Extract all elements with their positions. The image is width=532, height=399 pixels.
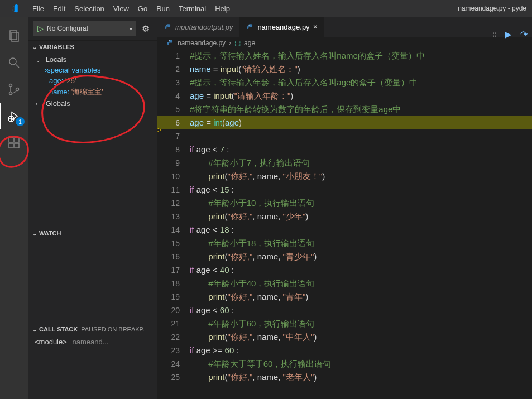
code-line[interactable]: 1#提示，等待输入姓名，输入后存入名叫name的盒子（变量）中 [157,49,532,63]
code-text: print("你好,", name, "中年人") [190,330,317,344]
run-config-label: No Configurat [47,25,126,32]
code-line[interactable]: 23if age >= 60 : [157,344,532,357]
run-debug-icon[interactable]: 1 [0,103,28,129]
code-line[interactable]: 24 #年龄大于等于60，执行输出语句 [157,357,532,371]
code-text: #提示，等待输入年龄，输入后存入名叫age的盒子（变量）中 [190,76,418,89]
gear-icon[interactable]: ⚙ [140,23,152,34]
code-line[interactable]: 10 print("你好,", name, "小朋友！") [157,170,532,183]
grip-icon[interactable]: ⁞⁞ [492,30,496,39]
code-text: age = int(age) [190,116,242,129]
code-line[interactable]: 3#提示，等待输入年龄，输入后存入名叫age的盒子（变量）中 [157,76,532,89]
run-config-selector[interactable]: ▷ No Configurat ▾ [33,21,136,36]
breadcrumb-symbol: age [244,39,255,47]
line-number: 18 [169,277,190,290]
chevron-down-icon: ⌄ [30,230,39,237]
svg-point-15 [249,25,250,25]
code-editor[interactable]: 1#提示，等待输入姓名，输入后存入名叫name的盒子（变量）中2name = i… [157,49,532,399]
explorer-icon[interactable] [0,22,28,49]
line-number: 13 [169,210,190,223]
line-number: 15 [169,237,190,250]
menu-edit[interactable]: Edit [49,4,70,13]
code-line[interactable]: 18 #年龄小于40，执行输出语句 [157,277,532,290]
line-number: 7 [169,129,190,143]
svg-point-14 [167,25,167,25]
editor-tabs: inputandoutput.py nameandage.py × [157,17,532,37]
watch-header[interactable]: ⌄ WATCH [28,227,157,239]
code-line[interactable]: 14if age < 18 : [157,223,532,237]
code-text: #年龄小于10，执行输出语句 [190,196,314,210]
code-line[interactable]: 15 #年龄小于18，执行输出语句 [157,237,532,250]
search-icon[interactable] [0,49,28,76]
variable-row[interactable]: age: '25' [28,75,157,86]
code-text: if age < 18 : [190,223,234,237]
code-line[interactable]: 5#将字符串的年龄转换为数字的年龄后，保存到变量age中 [157,103,532,116]
special-variables[interactable]: ›special variables [28,65,157,75]
code-line[interactable]: 22 print("你好,", name, "中年人") [157,330,532,344]
callstack-header[interactable]: ⌄ CALL STACK PAUSED ON BREAKP. [28,323,157,335]
variables-label: VARIABLES [39,44,74,50]
code-text: if age < 60 : [190,304,234,317]
svg-rect-13 [15,138,19,142]
extensions-icon[interactable] [0,129,28,156]
debug-sidebar: ▷ No Configurat ▾ ⚙ ⌄ VARIABLES ⌄ Locals… [28,17,157,399]
line-number: 1 [169,49,190,63]
line-number: 3 [169,76,190,89]
menu-run[interactable]: Run [152,4,174,13]
code-line[interactable]: 12 #年龄小于10，执行输出语句 [157,196,532,210]
code-text: #提示，等待输入姓名，输入后存入名叫name的盒子（变量）中 [190,49,425,63]
variable-row[interactable]: name: '海绵宝宝' [28,86,157,98]
menu-selection[interactable]: Selection [70,4,108,13]
continue-icon[interactable]: ▶ [505,29,511,40]
menu-go[interactable]: Go [133,4,152,13]
code-text: #年龄小于60，执行输出语句 [190,317,314,330]
step-over-icon[interactable]: ↷ [520,29,528,40]
callstack-frame[interactable]: <module> nameand... [28,335,157,348]
close-icon[interactable]: × [313,22,318,31]
tab-nameandage[interactable]: nameandage.py × [239,17,324,37]
code-line[interactable]: 11if age < 15 : [157,183,532,196]
chevron-down-icon: ⌄ [30,326,39,333]
scope-label: Globals [46,99,70,108]
breadcrumb[interactable]: nameandage.py › ⬚ age [157,37,532,49]
python-icon [164,22,172,31]
code-line[interactable]: 13 print("你好,", name, "少年") [157,210,532,223]
line-number: 23 [169,344,190,357]
menu-terminal[interactable]: Terminal [174,4,210,13]
code-line[interactable]: 17if age < 40 : [157,263,532,277]
var-value: '25' [65,76,76,85]
callstack-status: PAUSED ON BREAKP. [81,326,144,333]
line-number: 8 [169,143,190,156]
line-number: 25 [169,371,190,384]
tab-label: nameandage.py [257,23,309,31]
variables-header[interactable]: ⌄ VARIABLES [28,41,157,53]
svg-rect-12 [15,143,19,148]
code-text: name = input("请输入姓名：") [190,63,300,76]
source-control-icon[interactable] [0,76,28,103]
play-icon: ▷ [34,24,47,33]
menu-file[interactable]: File [28,4,49,13]
code-line[interactable]: 4age = input("请输入年龄：") [157,89,532,103]
title-bar: File Edit Selection View Go Run Terminal… [0,0,532,17]
line-number: 19 [169,290,190,304]
code-line[interactable]: 2name = input("请输入姓名：") [157,63,532,76]
menu-help[interactable]: Help [210,4,234,13]
code-line[interactable]: 19 print("你好,", name, "青年") [157,290,532,304]
code-line[interactable]: 7 [157,129,532,143]
code-line[interactable]: 16 print("你好,", name, "青少年") [157,250,532,263]
tab-inputandoutput[interactable]: inputandoutput.py [157,17,239,37]
code-line[interactable]: 20if age < 60 : [157,304,532,317]
code-text: print("你好,", name, "小朋友！") [190,170,325,183]
line-number: 10 [169,170,190,183]
code-line[interactable]: 9 #年龄小于7，执行输出语句 [157,156,532,170]
scope-locals[interactable]: ⌄ Locals [28,54,157,65]
line-number: 17 [169,263,190,277]
code-line[interactable]: 25 print("你好,", name, "老年人") [157,371,532,384]
code-line[interactable]: 21 #年龄小于60，执行输出语句 [157,317,532,330]
menu-view[interactable]: View [109,4,133,13]
code-line[interactable]: ▷6age = int(age) [157,116,532,129]
code-line[interactable]: 8if age < 7 : [157,143,532,156]
svg-point-6 [16,88,19,91]
scope-globals[interactable]: › Globals [28,98,157,109]
svg-point-16 [169,41,170,41]
line-number: 9 [169,156,190,170]
